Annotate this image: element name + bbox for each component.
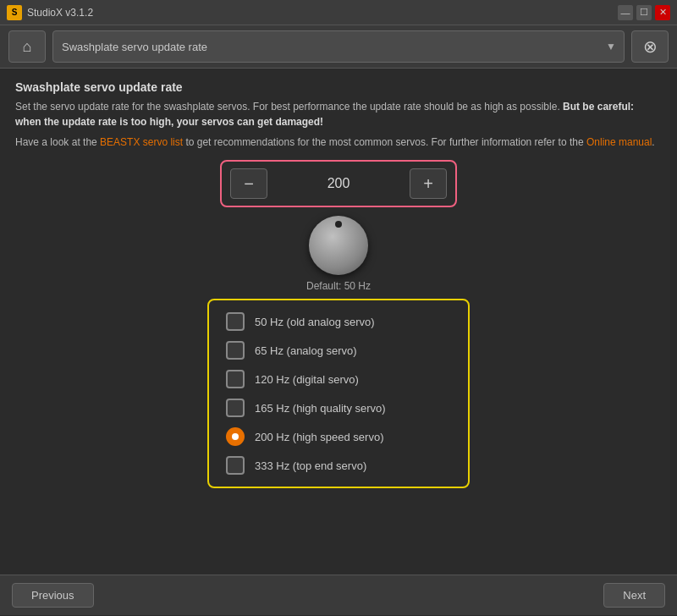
window-controls: — ☐ ✕ (618, 5, 670, 20)
radio-opt2 (226, 341, 245, 360)
link-suffix: . (652, 136, 654, 148)
increment-button[interactable]: + (410, 168, 447, 199)
bottom-bar: Previous Next (0, 575, 677, 615)
option-row-2[interactable]: 65 Hz (analog servo) (226, 341, 451, 360)
option-row-5[interactable]: 200 Hz (high speed servo) (226, 427, 451, 446)
decrement-button[interactable]: − (230, 168, 267, 199)
page-dropdown-container: Swashplate servo update rate ▼ (52, 30, 625, 63)
app-title: StudioX v3.1.2 (27, 7, 618, 19)
radio-opt5 (226, 427, 245, 446)
page-dropdown[interactable]: Swashplate servo update rate (52, 30, 625, 63)
value-display: 200 (267, 176, 410, 191)
minimize-button[interactable]: — (618, 5, 633, 20)
title-bar: S StudioX v3.1.2 — ☐ ✕ (0, 0, 677, 25)
option-label-opt1: 50 Hz (old analog servo) (255, 316, 375, 328)
top-bar: ⌂ Swashplate servo update rate ▼ ⊗ (0, 25, 677, 69)
link-middle: to get recommendations for the most comm… (183, 136, 586, 148)
option-label-opt4: 165 Hz (high quality servo) (255, 402, 386, 415)
close-circle-icon: ⊗ (643, 36, 658, 57)
section-description: Set the servo update rate for the swashp… (15, 99, 662, 129)
dismiss-button[interactable]: ⊗ (631, 30, 669, 63)
maximize-button[interactable]: ☐ (636, 5, 652, 20)
servo-list-link[interactable]: BEASTX servo list (100, 136, 183, 148)
option-label-opt2: 65 Hz (analog servo) (255, 344, 357, 357)
previous-button[interactable]: Previous (12, 583, 94, 608)
knob-container: Default: 50 Hz (15, 216, 662, 292)
value-knob[interactable] (309, 216, 368, 275)
radio-opt3 (226, 370, 245, 388)
section-links: Have a look at the BEASTX servo list to … (15, 136, 662, 148)
app-icon: S (7, 5, 22, 20)
value-control: − 200 + (220, 160, 457, 207)
close-button[interactable]: ✕ (655, 5, 670, 20)
option-row-6[interactable]: 333 Hz (top end servo) (226, 456, 451, 475)
manual-link[interactable]: Online manual (586, 136, 652, 148)
option-label-opt5: 200 Hz (high speed servo) (255, 431, 383, 443)
desc-text-part1: Set the servo update rate for the swashp… (15, 101, 563, 113)
radio-opt6 (226, 456, 245, 475)
option-row-3[interactable]: 120 Hz (digital servo) (226, 370, 451, 388)
home-icon: ⌂ (23, 38, 32, 56)
option-row-1[interactable]: 50 Hz (old analog servo) (226, 312, 451, 331)
main-content: Swashplate servo update rate Set the ser… (0, 69, 677, 575)
knob-default-label: Default: 50 Hz (306, 280, 371, 292)
option-row-4[interactable]: 165 Hz (high quality servo) (226, 399, 451, 417)
options-box: 50 Hz (old analog servo)65 Hz (analog se… (207, 299, 470, 488)
option-label-opt6: 333 Hz (top end servo) (255, 459, 366, 472)
home-button[interactable]: ⌂ (8, 30, 46, 63)
next-button[interactable]: Next (603, 583, 665, 608)
knob-indicator (335, 221, 342, 228)
option-label-opt3: 120 Hz (digital servo) (255, 373, 359, 386)
radio-opt4 (226, 399, 245, 417)
link-prefix: Have a look at the (15, 136, 100, 148)
section-title: Swashplate servo update rate (15, 80, 662, 94)
radio-opt1 (226, 312, 245, 331)
